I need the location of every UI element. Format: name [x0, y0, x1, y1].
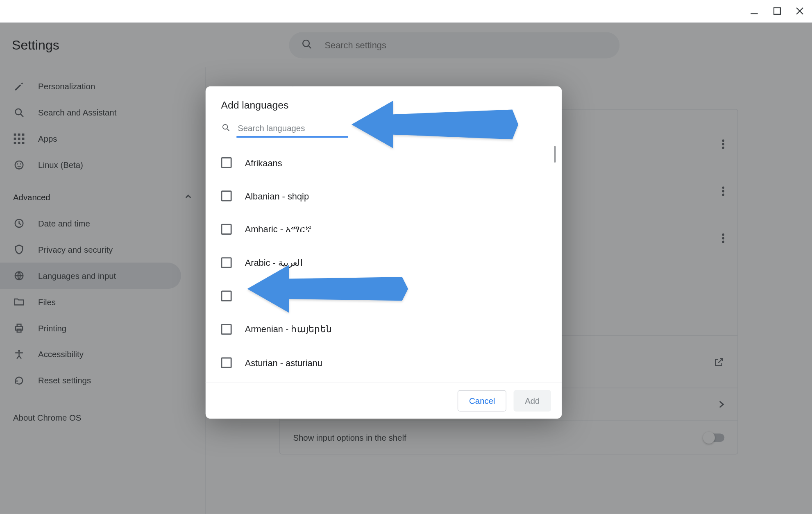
svg-rect-15	[18, 142, 20, 144]
svg-rect-12	[18, 138, 20, 140]
search-settings-field[interactable]	[289, 32, 619, 58]
app-header: Settings	[0, 23, 812, 67]
sidebar-item-files[interactable]: Files	[0, 289, 181, 315]
language-option[interactable]	[211, 279, 556, 312]
language-option[interactable]: Armenian - հայերեն	[211, 312, 556, 346]
sidebar-item-label: Languages and input	[38, 271, 116, 281]
sidebar-item-label: Printing	[38, 324, 66, 333]
search-settings-input[interactable]	[325, 40, 608, 50]
checkbox-unchecked[interactable]	[221, 291, 231, 301]
language-label: Afrikaans	[245, 158, 282, 168]
chevron-right-icon	[719, 400, 725, 408]
window-maximize-button[interactable]	[771, 6, 782, 16]
sidebar: Personalization Search and Assistant App…	[0, 67, 206, 514]
svg-rect-13	[22, 138, 25, 140]
window-close-button[interactable]	[794, 6, 805, 16]
language-label: Albanian - shqip	[245, 191, 309, 201]
search-icon	[301, 38, 313, 52]
kebab-icon[interactable]	[722, 233, 724, 245]
svg-point-17	[15, 161, 23, 169]
chevron-up-icon	[185, 192, 192, 202]
shield-icon	[13, 244, 25, 256]
toggle-off[interactable]	[704, 433, 724, 442]
svg-point-28	[722, 143, 724, 145]
sidebar-item-privacy[interactable]: Privacy and security	[0, 236, 181, 263]
clock-icon	[13, 217, 25, 229]
printer-icon	[13, 322, 25, 334]
svg-point-29	[722, 147, 724, 149]
language-label: Amharic - አማርኛ	[245, 224, 312, 235]
kebab-icon[interactable]	[722, 139, 724, 151]
search-icon	[13, 106, 25, 118]
sidebar-item-reset[interactable]: Reset settings	[0, 367, 181, 394]
svg-rect-1	[773, 8, 780, 14]
sidebar-item-languages[interactable]: Languages and input	[0, 263, 181, 289]
sidebar-item-apps[interactable]: Apps	[0, 126, 181, 152]
svg-rect-10	[22, 134, 25, 136]
globe-icon	[13, 270, 25, 282]
dialog-footer: Cancel Add	[206, 382, 562, 419]
language-option[interactable]: Asturian - asturianu	[211, 346, 556, 379]
sidebar-item-search-assistant[interactable]: Search and Assistant	[0, 100, 181, 126]
sidebar-item-accessibility[interactable]: Accessibility	[0, 341, 181, 367]
svg-point-35	[722, 240, 724, 243]
checkbox-unchecked[interactable]	[221, 224, 231, 235]
add-button[interactable]: Add	[514, 390, 551, 411]
checkbox-unchecked[interactable]	[221, 357, 231, 368]
open-external-icon	[714, 356, 724, 367]
sidebar-item-label: Date and time	[38, 219, 90, 228]
sidebar-about-link[interactable]: About Chrome OS	[0, 400, 205, 435]
svg-point-31	[722, 190, 724, 192]
svg-line-37	[227, 129, 229, 131]
sidebar-item-label: Reset settings	[38, 376, 91, 385]
apps-grid-icon	[13, 133, 25, 145]
sidebar-item-label: Accessibility	[38, 350, 84, 359]
panel-row-shelf-option[interactable]: Show input options in the shelf	[280, 421, 737, 454]
svg-line-5	[308, 45, 311, 48]
svg-rect-24	[17, 329, 21, 332]
svg-point-27	[722, 139, 724, 142]
add-languages-dialog: Add languages Afrikaans Albanian - shqip	[206, 86, 562, 419]
sidebar-item-label: Apps	[38, 134, 57, 143]
svg-rect-16	[22, 142, 25, 144]
language-option[interactable]: Afrikaans	[211, 146, 556, 179]
svg-point-34	[722, 237, 724, 240]
checkbox-unchecked[interactable]	[221, 257, 231, 268]
svg-point-19	[20, 163, 21, 165]
svg-rect-14	[14, 142, 16, 144]
checkbox-unchecked[interactable]	[221, 157, 231, 168]
sidebar-item-label: Privacy and security	[38, 245, 113, 254]
svg-rect-9	[18, 134, 20, 136]
brush-icon	[13, 80, 25, 92]
svg-point-18	[17, 163, 18, 165]
language-label: Arabic - العربية	[245, 257, 303, 268]
folder-icon	[13, 296, 25, 308]
page-title: Settings	[12, 37, 277, 53]
accessibility-icon	[13, 349, 25, 360]
sidebar-item-personalization[interactable]: Personalization	[0, 73, 181, 100]
svg-rect-8	[14, 134, 16, 136]
sidebar-section-advanced[interactable]: Advanced	[0, 184, 205, 210]
sidebar-item-label: Search and Assistant	[38, 108, 116, 117]
search-languages-input[interactable]	[236, 120, 348, 138]
checkbox-unchecked[interactable]	[221, 324, 231, 335]
language-option[interactable]: Amharic - አማርኛ	[211, 213, 556, 246]
scrollbar-thumb[interactable]	[554, 146, 556, 163]
sidebar-item-date-time[interactable]: Date and time	[0, 210, 181, 236]
sidebar-item-printing[interactable]: Printing	[0, 315, 181, 341]
svg-point-33	[722, 233, 724, 236]
language-list[interactable]: Afrikaans Albanian - shqip Amharic - አማር…	[206, 143, 562, 382]
sidebar-item-label: Linux (Beta)	[38, 160, 83, 170]
sidebar-item-linux[interactable]: Linux (Beta)	[0, 152, 181, 178]
dialog-search-row	[206, 111, 562, 143]
sidebar-item-label: Personalization	[38, 82, 95, 91]
reset-icon	[13, 375, 25, 387]
language-option[interactable]: Albanian - shqip	[211, 179, 556, 213]
language-label: Asturian - asturianu	[245, 358, 322, 368]
cancel-button[interactable]: Cancel	[458, 390, 506, 411]
kebab-icon[interactable]	[722, 186, 724, 198]
window-minimize-button[interactable]	[749, 6, 760, 16]
checkbox-unchecked[interactable]	[221, 190, 231, 201]
svg-point-25	[18, 350, 20, 352]
language-option[interactable]: Arabic - العربية	[211, 246, 556, 279]
